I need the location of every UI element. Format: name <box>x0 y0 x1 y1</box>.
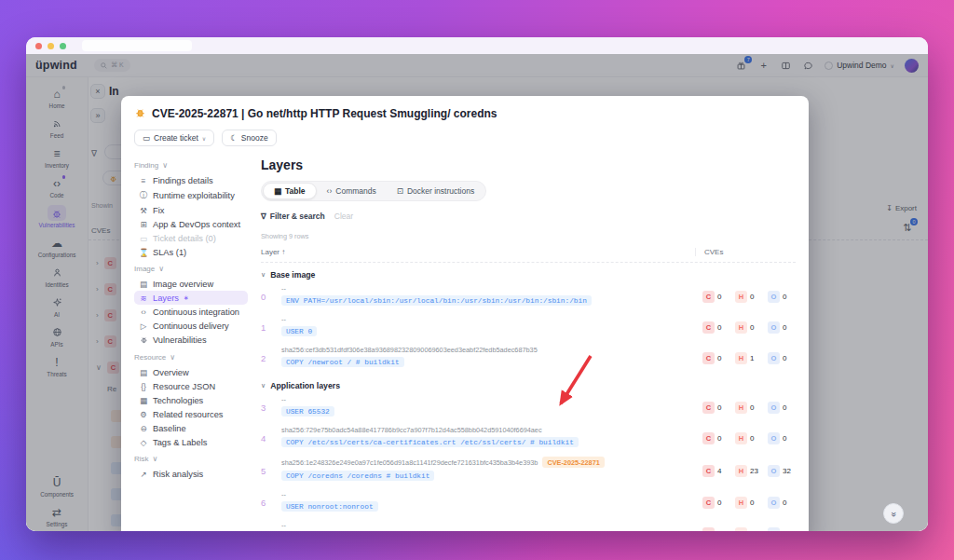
chevron-down-icon: ∨ <box>153 455 158 463</box>
sort-asc-icon: ↑ <box>281 248 285 256</box>
nav-item-vulnerabilities[interactable]: Vulnerabilities <box>134 333 248 348</box>
layer-row[interactable]: 2 sha256:cef3db531dfdf306e38a93689823280… <box>261 343 796 374</box>
layer-command: USER nonroot:nonroot <box>281 501 378 512</box>
cve-badge[interactable]: CVE-2025-22871 <box>542 457 604 468</box>
json-icon: {} <box>139 382 148 391</box>
nav-item-continuous-delivery[interactable]: ▷Continuous delivery <box>134 319 248 333</box>
layers-panel: Layers ▦Table ‹›Commands ⊡Docker instruc… <box>248 156 796 531</box>
snooze-button[interactable]: ☾ Snooze <box>222 130 276 146</box>
chevron-down-icon: ∨ <box>202 135 206 142</box>
scroll-down-button[interactable]: » <box>883 503 904 524</box>
table-header: Layer ↑ CVEs <box>261 248 796 263</box>
nav-item-layers[interactable]: ≋Layers∗ <box>134 291 248 305</box>
browser-titlebar <box>26 37 928 54</box>
modal-title-row: CVE-2025-22871 | Go net/http HTTP Reques… <box>134 106 796 121</box>
docker-icon: ⊡ <box>397 186 403 196</box>
layer-command: COPY /newroot / # buildkit <box>281 357 404 367</box>
close-window-button[interactable] <box>35 43 42 49</box>
table-icon: ▦ <box>274 186 281 196</box>
cve-detail-modal: CVE-2025-22871 | Go net/http HTTP Reques… <box>121 96 809 531</box>
nav-item-app-devops-context[interactable]: ⊞App & DevOps context <box>134 217 248 231</box>
zoom-window-button[interactable] <box>60 43 66 49</box>
layer-row[interactable]: 6 --USER nonroot:nonroot C0 H0 O0 <box>261 487 796 518</box>
nav-item-fix[interactable]: ⚒Fix <box>134 203 248 217</box>
nav-item-resource-json[interactable]: {}Resource JSON <box>134 379 248 393</box>
layer-row[interactable]: 0 --ENV PATH=/usr/local/sbin:/usr/local/… <box>261 281 796 312</box>
overview-icon: ▤ <box>139 280 148 289</box>
page-title: Layers <box>261 157 796 172</box>
tab-docker-instructions[interactable]: ⊡Docker instructions <box>387 183 484 199</box>
bug-icon <box>139 335 148 346</box>
tag-icon: ◇ <box>139 438 148 447</box>
column-layer[interactable]: Layer ↑ <box>261 248 285 256</box>
grid-icon: ▦ <box>139 396 148 405</box>
layers-icon: ≋ <box>139 294 148 303</box>
chevron-down-icon: ∨ <box>162 161 168 170</box>
nav-item-runtime-exploitability[interactable]: ⓘRuntime exploitability <box>134 187 248 203</box>
layer-row[interactable]: 7 --EXPOSE map[53/tcp:{} 53/udp:{}] C0 H… <box>261 518 796 531</box>
code-icon: ‹› <box>327 186 333 196</box>
desktop-background: üpwind ⌘ K 7 + <box>0 0 954 560</box>
column-cves[interactable]: CVEs <box>704 248 723 256</box>
delivery-icon: ▷ <box>139 321 148 331</box>
bug-icon <box>134 106 146 121</box>
list-icon: ≡ <box>139 176 148 185</box>
nav-section-resource[interactable]: Resource∨ <box>134 353 248 362</box>
modal-title: CVE-2025-22871 | Go net/http HTTP Reques… <box>152 107 497 120</box>
upwind-app: üpwind ⌘ K 7 + <box>26 54 928 531</box>
layer-command: USER 0 <box>281 326 317 336</box>
hourglass-icon: ⌛ <box>139 248 148 257</box>
browser-window: üpwind ⌘ K 7 + <box>26 37 928 531</box>
layer-command: COPY /etc/ssl/certs/ca-certificates.crt … <box>281 437 579 447</box>
nav-item-slas[interactable]: ⌛SLAs (1) <box>134 245 248 259</box>
code-icon: ‹› <box>139 307 148 317</box>
baseline-icon: ⊖ <box>139 424 148 433</box>
nav-item-baseline[interactable]: ⊖Baseline <box>134 421 248 435</box>
section-base-image[interactable]: ∨Base image <box>261 270 796 280</box>
ticket-icon: ▭ <box>139 234 148 243</box>
section-application-layers[interactable]: ∨Application layers <box>261 381 796 390</box>
view-tabs: ▦Table ‹›Commands ⊡Docker instructions <box>261 181 486 201</box>
create-ticket-button[interactable]: ▭ Create ticket ∨ <box>134 130 214 146</box>
chevron-down-icon: ∨ <box>261 382 266 389</box>
nav-item-continuous-integration[interactable]: ‹›Continuous integration <box>134 305 248 319</box>
gear-icon: ⚙ <box>139 410 148 419</box>
nav-item-ticket-details[interactable]: ▭Ticket details (0) <box>134 231 248 245</box>
nav-item-risk-analysis[interactable]: ↗Risk analysis <box>134 467 248 481</box>
nav-section-finding[interactable]: Finding∨ <box>134 161 248 170</box>
nav-item-technologies[interactable]: ▦Technologies <box>134 393 248 407</box>
filter-search-button[interactable]: ∇Filter & search <box>261 212 325 221</box>
chevron-down-icon: ∨ <box>158 265 164 273</box>
nav-item-tags-labels[interactable]: ◇Tags & Labels <box>134 435 248 449</box>
nav-item-related-resources[interactable]: ⚙Related resources <box>134 407 248 421</box>
nav-section-image[interactable]: Image∨ <box>134 265 248 273</box>
minimize-window-button[interactable] <box>48 43 54 49</box>
layer-row[interactable]: 1 --USER 0 C0 H0 O0 <box>261 312 796 343</box>
chevron-down-icon: ∨ <box>261 271 266 279</box>
layer-command: COPY /coredns /coredns # buildkit <box>281 471 434 481</box>
layer-command: ENV PATH=/usr/local/sbin:/usr/local/bin:… <box>281 295 592 306</box>
modal-nav: Finding∨ ≡Findings details ⓘRuntime expl… <box>134 156 248 531</box>
funnel-icon: ∇ <box>261 212 266 221</box>
snooze-icon: ☾ <box>230 133 238 143</box>
layer-command: USER 65532 <box>281 406 334 417</box>
info-icon: ⓘ <box>139 190 148 201</box>
tab-table[interactable]: ▦Table <box>263 183 317 199</box>
tab-commands[interactable]: ‹›Commands <box>317 183 387 199</box>
chevron-down-icon: ∨ <box>170 353 175 362</box>
ticket-icon: ▭ <box>143 133 150 143</box>
wrench-icon: ⚒ <box>139 206 148 215</box>
nav-item-findings-details[interactable]: ≡Findings details <box>134 173 248 187</box>
layer-row-highlighted[interactable]: 5 sha256:1e248326e249e0a97c1fe056d91a8c1… <box>261 454 796 487</box>
double-chevron-down-icon: » <box>889 512 899 516</box>
clear-filters-button[interactable]: Clear <box>334 212 353 221</box>
browser-tab[interactable] <box>82 40 192 51</box>
layer-row[interactable]: 3 --USER 65532 C0 H0 O0 <box>261 392 796 423</box>
overview-icon: ▤ <box>139 368 148 377</box>
nav-item-overview[interactable]: ▤Overview <box>134 365 248 379</box>
nav-section-risk[interactable]: Risk∨ <box>134 455 248 463</box>
context-icon: ⊞ <box>139 220 148 229</box>
layer-row[interactable]: 4 sha256:729e75b0adc54a88e417786b9cc7a90… <box>261 423 796 454</box>
active-marker: ∗ <box>184 294 189 302</box>
nav-item-image-overview[interactable]: ▤Image overview <box>134 277 248 291</box>
